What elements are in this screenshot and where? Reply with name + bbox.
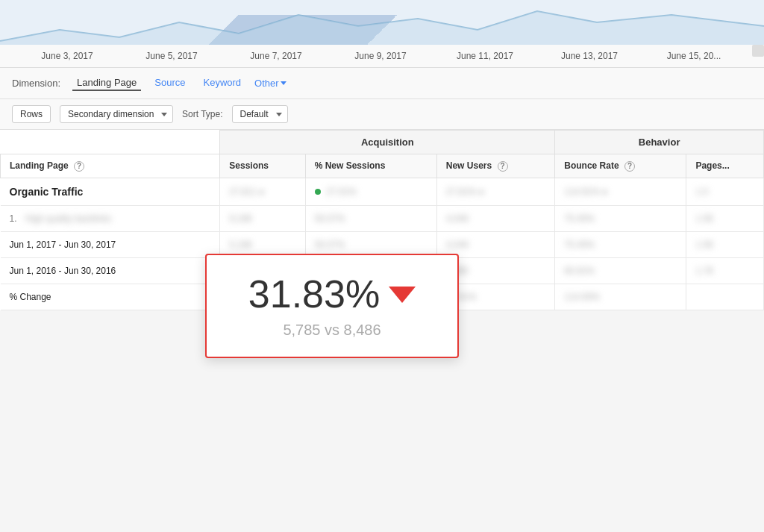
tooltip-percentage-value: 31.83% <box>248 273 380 316</box>
col-header-sessions: Sessions <box>220 154 305 178</box>
cell-bounce-rate-2017: 75.45% <box>555 231 686 257</box>
tab-other[interactable]: Other <box>254 78 286 89</box>
organic-traffic-cell: Organic Traffic <box>1 178 220 205</box>
cell-col4: 75.45% <box>555 205 686 231</box>
date-axis: June 3, 2017 June 5, 2017 June 7, 2017 J… <box>0 45 764 68</box>
tab-source[interactable]: Source <box>150 75 190 91</box>
cell-pages: 1.5 <box>686 178 764 205</box>
change-label-cell: % Change <box>1 284 220 310</box>
blurred-value: 9,198 <box>229 213 251 224</box>
filter-row: Rows Secondary dimension Sort Type: Defa… <box>0 99 764 130</box>
date-label-1: June 3, 2017 <box>15 51 119 61</box>
col-group-acquisition: Acquisition <box>220 131 555 154</box>
cell-col5: 1.56 <box>686 205 764 231</box>
cell-col2: 50.07% <box>305 205 436 231</box>
blurred-value: 27,811 ● <box>229 187 264 197</box>
row1-label-cell: 1. High quality backlinks <box>1 205 220 231</box>
cell-col3: 4,046 <box>436 205 555 231</box>
date-label-4: June 9, 2017 <box>328 51 433 61</box>
blurred-value: 1.56 <box>695 240 713 250</box>
green-dot-icon <box>315 189 321 195</box>
cell-change-col4: 114.93% <box>555 284 686 310</box>
sort-type-label: Sort Type: <box>182 109 222 119</box>
date-label-2: June 5, 2017 <box>119 51 224 61</box>
organic-traffic-label: Organic Traffic <box>10 186 84 198</box>
show-rows-button[interactable]: Rows <box>12 105 51 123</box>
blurred-value: 75.45% <box>564 213 595 224</box>
table-row: 1. High quality backlinks 9,198 50.07% 4… <box>1 205 764 231</box>
tooltip-popup: 31.83% 5,785 vs 8,486 <box>205 254 459 358</box>
table-group-header-row: Acquisition Behavior <box>1 131 764 154</box>
cell-sessions: 27,811 ● <box>220 178 305 205</box>
cell-bounce-rate-2016: 60.91% <box>555 257 686 284</box>
blurred-value: 114.91% ● <box>564 187 607 197</box>
cell-change-col5 <box>686 284 764 310</box>
landing-page-help-icon[interactable]: ? <box>74 161 84 172</box>
dimension-toolbar: Dimension: Landing Page Source Keyword O… <box>0 68 764 99</box>
col-group-landing-page <box>1 131 220 154</box>
tooltip-comparison-value: 5,785 vs 8,486 <box>231 322 433 339</box>
blurred-value: 1.5 <box>695 187 708 197</box>
cell-new-users: 27,81% ● <box>436 178 555 205</box>
blurred-value: 75.45% <box>564 240 595 250</box>
tab-landing-page[interactable]: Landing Page <box>72 75 141 91</box>
col-header-pages: Pages... <box>686 154 764 178</box>
cell-new-sessions: 27.01% <box>305 178 436 205</box>
bounce-rate-help-icon[interactable]: ? <box>624 161 635 172</box>
table-col-header-row: Landing Page ? Sessions % New Sessions N… <box>1 154 764 178</box>
secondary-dimension-wrapper: Secondary dimension <box>60 105 173 123</box>
cell-bounce-rate: 114.91% ● <box>555 178 686 205</box>
col-header-new-users: New Users ? <box>436 154 555 178</box>
blurred-value: 4,046 <box>446 240 469 250</box>
blurred-value: 1.78 <box>695 266 713 276</box>
blurred-value: 60.91% <box>564 266 595 276</box>
date-label-3: June 7, 2017 <box>224 51 328 61</box>
blurred-link: High quality backlinks <box>25 213 111 224</box>
blurred-value: 27,81% ● <box>446 187 484 197</box>
blurred-value: 50.07% <box>315 240 345 250</box>
cell-pages-2017: 1.56 <box>686 231 764 257</box>
blurred-value: 50.07% <box>315 213 345 224</box>
cell-col1: 9,198 <box>220 205 305 231</box>
col-header-bounce-rate: Bounce Rate ? <box>555 154 686 178</box>
tab-keyword[interactable]: Keyword <box>198 75 245 91</box>
tooltip-percentage-row: 31.83% <box>231 273 433 316</box>
secondary-dimension-select[interactable]: Secondary dimension <box>60 105 173 123</box>
date-range-2017-cell: Jun 1, 2017 - Jun 30, 2017 <box>1 231 220 257</box>
down-arrow-icon <box>389 287 416 303</box>
date-label-5: June 11, 2017 <box>433 51 537 61</box>
chart-area <box>0 0 764 45</box>
blurred-value: 4,046 <box>446 213 469 224</box>
cell-pages-2016: 1.78 <box>686 257 764 284</box>
blurred-value: 27.01% <box>326 187 357 197</box>
col-header-landing-page: Landing Page ? <box>1 154 220 178</box>
col-group-behavior: Behavior <box>555 131 764 154</box>
row-number: 1. <box>10 213 17 224</box>
col-header-new-sessions: % New Sessions <box>305 154 436 178</box>
date-range-2016-cell: Jun 1, 2016 - Jun 30, 2016 <box>1 257 220 284</box>
table-row: Organic Traffic 27,811 ● 27.01% 27,81% ●… <box>1 178 764 205</box>
scrollbar[interactable] <box>752 45 764 57</box>
sort-type-select[interactable]: Default <box>232 105 288 123</box>
date-label-6: June 13, 2017 <box>537 51 642 61</box>
new-users-help-icon[interactable]: ? <box>498 161 508 172</box>
blurred-value: 114.93% <box>564 292 599 302</box>
sort-type-wrapper: Default <box>232 105 288 123</box>
date-label-7: June 15, 20... <box>642 51 746 61</box>
other-dropdown-arrow <box>281 81 286 85</box>
dimension-label: Dimension: <box>12 78 60 89</box>
blurred-value: 1.56 <box>695 213 713 224</box>
blurred-value: 5,198 <box>229 240 251 250</box>
